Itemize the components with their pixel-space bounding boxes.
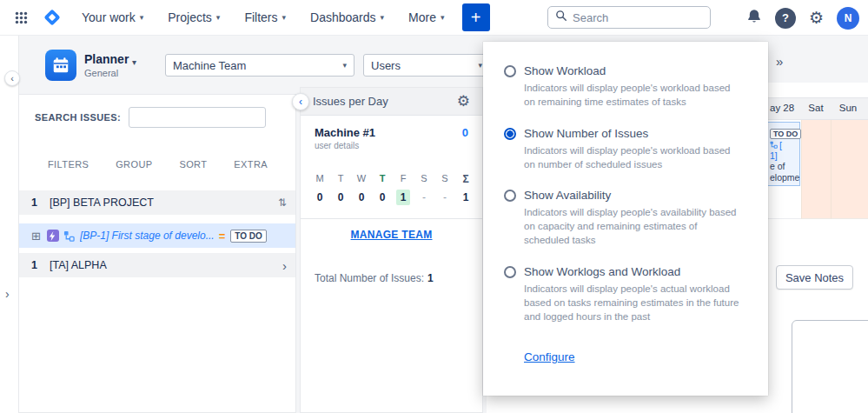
radio-option-1[interactable]: Show Number of Issues Indicators will di… — [504, 127, 744, 172]
jira-logo-icon[interactable] — [42, 7, 63, 28]
option-text: Show Workload Indicators will display pe… — [524, 64, 744, 110]
nav-your-work[interactable]: Your work▾ — [70, 0, 156, 35]
project-label: [TA] ALPHA — [50, 259, 107, 271]
nav-projects[interactable]: Projects▾ — [156, 0, 232, 35]
nav-dashboards[interactable]: Dashboards▾ — [298, 0, 396, 35]
nav-more[interactable]: More▾ — [396, 0, 456, 35]
notification-icon[interactable] — [746, 9, 762, 28]
collapse-panel-left-button[interactable]: ‹ — [4, 70, 20, 86]
settings-gear-icon[interactable]: ⚙ — [809, 8, 824, 28]
chevron-down-icon: ▾ — [381, 13, 385, 22]
tab-sort[interactable]: SORT — [179, 159, 207, 170]
avatar[interactable]: N — [837, 7, 859, 30]
expand-icon[interactable]: ⊞ — [31, 230, 41, 243]
sidebar-tabs: FILTERS GROUP SORT EXTRA — [19, 159, 295, 170]
timeline-cell-sunday[interactable] — [831, 120, 868, 219]
issue-summary: [BP-1] First stage of develo... — [80, 230, 215, 242]
option-description: Indicators will display people's availab… — [524, 206, 744, 248]
planner-app-icon[interactable] — [45, 50, 76, 81]
help-icon[interactable]: ? — [775, 8, 796, 29]
top-navigation-bar: Your work▾ Projects▾ Filters▾ Dashboards… — [0, 0, 868, 36]
total-issues-value: 1 — [427, 272, 434, 284]
total-issues-label: Total Number of Issues: — [315, 272, 424, 284]
sum-header: Σ — [455, 173, 476, 185]
manage-team-link[interactable]: MANAGE TEAM — [301, 229, 482, 241]
day-value: 0 — [351, 191, 372, 203]
view-select-value: Users — [371, 59, 401, 72]
search-issues-input[interactable] — [129, 107, 266, 128]
day-value: - — [434, 191, 455, 203]
scroll-right-button[interactable]: » — [776, 54, 783, 69]
team-select[interactable]: Machine Team ▾ — [165, 54, 354, 77]
card-key-fragment: [ — [779, 140, 782, 150]
tab-group[interactable]: GROUP — [116, 159, 152, 170]
day-value-highlighted: 1 — [393, 191, 414, 203]
card-key-line: 1] — [770, 150, 798, 161]
save-notes-button[interactable]: Save Notes — [776, 265, 853, 290]
panel-settings-gear-icon[interactable]: ⚙ — [457, 92, 470, 110]
nav-label: More — [408, 10, 436, 24]
priority-icon: = — [219, 230, 226, 243]
chevron-down-icon: ▾ — [216, 13, 221, 22]
app-switcher-caret-icon[interactable]: ▾ — [132, 57, 136, 67]
radio-icon[interactable] — [504, 266, 516, 278]
configure-link[interactable]: Configure — [524, 350, 575, 363]
day-value: - — [414, 191, 434, 203]
radio-icon[interactable] — [504, 128, 516, 140]
nav-label: Your work — [82, 10, 136, 24]
status-badge: TO DO — [770, 129, 801, 139]
option-description: Indicators will display people's actual … — [524, 283, 744, 324]
day-header: S — [434, 173, 455, 185]
option-title: Show Number of Issues — [524, 127, 744, 140]
chevron-right-icon: › — [5, 287, 10, 301]
day-value: 0 — [309, 191, 330, 203]
timeline-day-sun: Sun — [831, 103, 865, 113]
card-key-line: [ — [770, 140, 798, 150]
app-window: Your work▾ Projects▾ Filters▾ Dashboards… — [0, 0, 868, 413]
sort-icon[interactable]: ⇅ — [278, 197, 287, 209]
tab-filters[interactable]: FILTERS — [48, 159, 89, 170]
option-text: Show Number of Issues Indicators will di… — [524, 127, 744, 172]
day-header-row: M T W T F S S Σ — [309, 173, 476, 185]
notes-textarea[interactable] — [792, 320, 868, 413]
create-button[interactable]: + — [462, 3, 490, 31]
radio-option-2[interactable]: Show Availability Indicators will displa… — [504, 189, 744, 248]
member-issue-count: 0 — [462, 126, 468, 139]
global-search[interactable] — [547, 6, 711, 29]
apps-grid-icon[interactable] — [9, 5, 33, 30]
timeline-date-label: ay 28 — [770, 103, 794, 113]
panel-title: Issues per Day — [313, 95, 388, 108]
nav-filters[interactable]: Filters▾ — [232, 0, 298, 35]
radio-icon[interactable] — [504, 65, 516, 77]
chevron-down-icon: ▾ — [140, 13, 144, 22]
timeline-issue-card[interactable]: TO DO [ 1] e of elopme — [768, 122, 800, 186]
story-type-icon — [47, 230, 59, 242]
nav-label: Dashboards — [310, 10, 376, 24]
project-row-alpha[interactable]: 1 [TA] ALPHA › — [19, 253, 295, 277]
chevron-right-icon[interactable]: › — [282, 258, 287, 273]
team-select-value: Machine Team — [173, 59, 246, 72]
radio-option-3[interactable]: Show Worklogs and Workload Indicators wi… — [504, 265, 744, 324]
timeline-cell-saturday[interactable] — [801, 120, 831, 219]
workload-indicator-popup: Show Workload Indicators will display pe… — [483, 42, 768, 396]
collapse-panel-middle-button[interactable]: ‹ — [292, 93, 309, 110]
day-header: F — [393, 173, 414, 185]
team-member-row[interactable]: Machine #1 0 — [315, 126, 468, 139]
radio-icon[interactable] — [504, 190, 516, 202]
total-issues-row: Total Number of Issues:1 — [315, 272, 434, 284]
divider — [301, 218, 482, 219]
issue-count: 1 — [31, 259, 37, 271]
expand-panel-button[interactable]: › — [5, 287, 10, 301]
sum-value: 1 — [455, 191, 476, 203]
project-row-beta[interactable]: 1 [BP] BETA PROJECT ⇅ — [19, 190, 295, 215]
app-title: Planner — [84, 52, 129, 66]
option-title: Show Worklogs and Workload — [524, 265, 744, 278]
view-mode-select[interactable]: Users ▾ — [363, 54, 490, 77]
search-input[interactable] — [573, 11, 710, 24]
issue-row-selected[interactable]: ⊞ [BP-1] First stage of develo... = TO D… — [19, 223, 295, 248]
radio-option-0[interactable]: Show Workload Indicators will display pe… — [504, 64, 744, 110]
option-text: Show Worklogs and Workload Indicators wi… — [524, 265, 744, 324]
option-title: Show Workload — [524, 64, 744, 77]
tab-extra[interactable]: EXTRA — [234, 159, 268, 170]
card-key-fragment: 1] — [770, 150, 778, 161]
